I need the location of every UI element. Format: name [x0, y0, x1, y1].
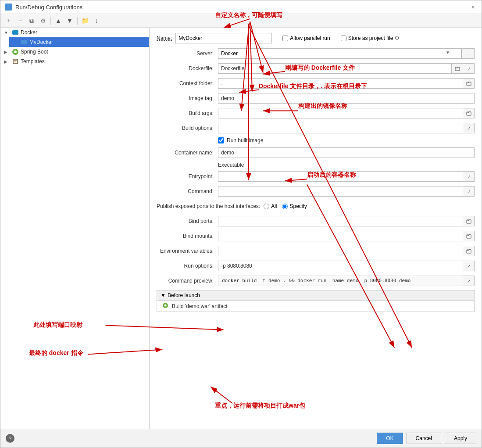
bindmounts-input[interactable]	[218, 231, 463, 241]
mydocker-icon	[21, 39, 28, 46]
tree-docker-label: Docker	[21, 29, 37, 36]
toolbar: + − ⧉ ⚙ ▲ ▼ 📁 ↕	[0, 14, 482, 28]
commandpreview-value: docker build -t demo . && docker run —na…	[218, 276, 463, 286]
publish-ports-label: Publish exposed ports to the host interf…	[157, 203, 264, 209]
bindports-label: Bind ports:	[157, 218, 218, 224]
radio-all[interactable]: All	[264, 203, 277, 209]
entrypoint-input[interactable]	[218, 171, 463, 182]
bindmounts-label: Bind mounts:	[157, 233, 218, 239]
imagetag-row: Image tag:	[157, 93, 475, 104]
svg-rect-1	[13, 30, 15, 31]
envvars-browse-button[interactable]	[463, 246, 475, 256]
commandpreview-row: Command preview: docker build -t demo . …	[157, 275, 475, 287]
runbuilt-row: Run built image	[218, 137, 475, 143]
ok-button[interactable]: OK	[377, 433, 403, 444]
springboot-icon	[12, 48, 19, 55]
specify-label: Specify	[289, 203, 307, 209]
before-launch-section: ▼ Before launch Build 'demo:war' artifac…	[157, 290, 475, 312]
settings-button[interactable]: ⚙	[38, 16, 48, 25]
templates-icon	[12, 58, 19, 65]
entrypoint-label: Entrypoint:	[157, 173, 218, 179]
dialog-title: Run/Debug Configurations	[15, 4, 82, 11]
store-settings-icon: ⚙	[395, 35, 400, 41]
runoptions-label: Run options:	[157, 263, 218, 269]
bindmounts-row: Bind mounts:	[157, 230, 475, 242]
publish-ports-row: Publish exposed ports to the host interf…	[157, 201, 475, 212]
command-row: Command: ↗	[157, 186, 475, 197]
help-button[interactable]: ?	[6, 434, 14, 443]
context-input[interactable]	[218, 78, 463, 89]
bindports-browse-button[interactable]	[463, 216, 475, 226]
envvars-input[interactable]	[218, 246, 463, 256]
runoptions-row: Run options: ↗	[157, 260, 475, 272]
buildargs-browse-button[interactable]	[463, 108, 475, 118]
commandpreview-expand-button[interactable]: ↗	[463, 276, 475, 286]
context-folder-row: Context folder:	[157, 78, 475, 89]
radio-specify[interactable]: Specify	[282, 203, 307, 209]
folder-button[interactable]: 📁	[80, 16, 90, 25]
containername-input[interactable]	[218, 147, 475, 158]
svg-point-14	[164, 305, 167, 307]
app-icon	[5, 4, 12, 11]
tree-templates-item[interactable]: ▶ Templates	[0, 57, 149, 66]
close-button[interactable]: ×	[469, 3, 477, 11]
main-content: ▼ Docker MyDocker ▶	[0, 28, 482, 429]
docker-icon	[12, 29, 19, 36]
radio-specify-input[interactable]	[282, 204, 288, 209]
right-panel: Name: Allow parallel run Store as projec…	[150, 28, 482, 429]
bindports-row: Bind ports:	[157, 215, 475, 227]
copy-button[interactable]: ⧉	[27, 16, 36, 25]
imagetag-label: Image tag:	[157, 95, 218, 101]
up-button[interactable]: ▲	[54, 16, 63, 25]
sort-button[interactable]: ↕	[92, 16, 101, 25]
allow-parallel-label: Allow parallel run	[290, 35, 330, 41]
svg-rect-2	[21, 40, 27, 44]
before-launch-header[interactable]: ▼ Before launch	[157, 290, 474, 301]
dockerfile-expand-button[interactable]: ↗	[463, 63, 475, 74]
imagetag-input[interactable]	[218, 93, 475, 104]
context-browse-button[interactable]	[463, 78, 475, 89]
runoptions-input[interactable]	[218, 261, 463, 271]
action-buttons: OK Cancel Apply	[377, 433, 476, 444]
buildoptions-input[interactable]	[218, 123, 463, 133]
name-field-input[interactable]	[175, 33, 272, 43]
entrypoint-row: Entrypoint: ↗	[157, 171, 475, 182]
store-project-label: Store as project file	[348, 35, 393, 41]
before-launch-item: Build 'demo:war' artifact	[157, 301, 474, 312]
radio-all-input[interactable]	[264, 204, 269, 209]
server-select[interactable]: Docker	[218, 48, 461, 59]
bindports-input[interactable]	[218, 216, 463, 226]
containername-row: Container name:	[157, 147, 475, 158]
svg-rect-12	[467, 250, 471, 253]
all-label: All	[271, 203, 277, 209]
runbuilt-label: Run built image	[227, 137, 263, 143]
before-launch-item-label: Build 'demo:war' artifact	[172, 303, 228, 309]
runbuilt-checkbox[interactable]	[218, 137, 224, 143]
add-button[interactable]: +	[4, 16, 14, 25]
buildoptions-expand-button[interactable]: ↗	[463, 123, 475, 133]
server-more-button[interactable]: …	[461, 48, 475, 59]
tree-springboot-item[interactable]: ▶ Spring Boot	[0, 47, 149, 57]
tree-docker-group[interactable]: ▼ Docker	[0, 28, 149, 37]
buildargs-input[interactable]	[218, 108, 463, 118]
store-project-checkbox[interactable]	[341, 36, 346, 41]
command-expand-button[interactable]: ↗	[463, 186, 475, 197]
runoptions-expand-button[interactable]: ↗	[463, 261, 475, 271]
remove-button[interactable]: −	[15, 16, 25, 25]
allow-parallel-checkbox[interactable]	[282, 36, 288, 41]
tree-springboot-toggle: ▶	[4, 50, 10, 54]
cancel-button[interactable]: Cancel	[407, 433, 441, 444]
tree-mydocker-item[interactable]: MyDocker	[9, 37, 149, 47]
command-input[interactable]	[218, 186, 463, 197]
dockerfile-row: Dockerfile: ↗	[157, 63, 475, 74]
down-button[interactable]: ▼	[65, 16, 75, 25]
bindmounts-browse-button[interactable]	[463, 231, 475, 241]
commandpreview-label: Command preview:	[157, 278, 218, 284]
dockerfile-input[interactable]	[218, 63, 452, 74]
entrypoint-expand-button[interactable]: ↗	[463, 171, 475, 182]
apply-button[interactable]: Apply	[445, 433, 476, 444]
separator	[50, 17, 51, 25]
buildargs-row: Build args:	[157, 108, 475, 119]
context-label: Context folder:	[157, 80, 218, 86]
dockerfile-browse-button[interactable]	[452, 63, 463, 74]
